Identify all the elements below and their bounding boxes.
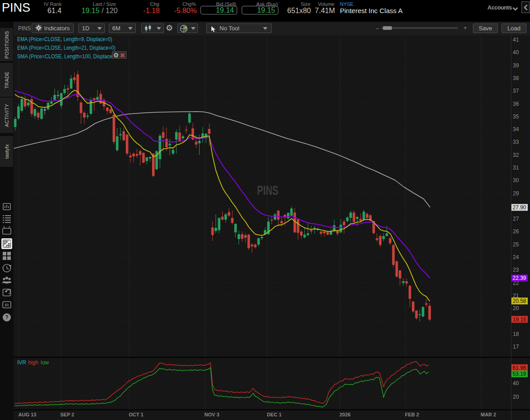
svg-text:2026: 2026 (339, 412, 350, 417)
svg-text:22.39: 22.39 (513, 275, 526, 281)
svg-text:OCT 1: OCT 1 (129, 412, 143, 417)
svg-text:25: 25 (513, 241, 519, 248)
svg-text:39: 39 (513, 62, 519, 69)
svg-text:EMA (Price=CLOSE, Length=21, D: EMA (Price=CLOSE, Length=21, Displace=0) (17, 44, 115, 51)
svg-text:?: ? (5, 314, 8, 321)
svg-text:27: 27 (513, 216, 519, 222)
svg-text:FEB 2: FEB 2 (405, 412, 419, 417)
svg-text:DEC 1: DEC 1 (267, 412, 282, 417)
svg-text:53.19: 53.19 (513, 371, 526, 377)
svg-text:EMA (Price=CLOSE, Length=9, Di: EMA (Price=CLOSE, Length=9, Displace=0) (17, 36, 112, 42)
svg-text:40: 40 (513, 49, 519, 56)
svg-text:33: 33 (513, 139, 519, 145)
svg-text:18: 18 (513, 331, 519, 337)
svg-text:41: 41 (513, 37, 519, 43)
svg-text:17: 17 (513, 344, 519, 350)
svg-text:low: low (41, 359, 49, 366)
svg-text:26: 26 (513, 228, 519, 235)
svg-text:⚙: ⚙ (113, 52, 119, 59)
svg-text:40: 40 (513, 380, 519, 387)
svg-text:high: high (28, 359, 38, 366)
svg-text:37: 37 (513, 88, 519, 94)
svg-text:NOV 3: NOV 3 (205, 412, 220, 417)
svg-text:30: 30 (513, 177, 519, 184)
svg-text:20.58: 20.58 (513, 298, 526, 304)
svg-text:24: 24 (513, 254, 519, 260)
svg-text:34: 34 (513, 126, 519, 132)
svg-text:38: 38 (513, 75, 519, 81)
svg-text:✖: ✖ (120, 52, 125, 59)
svg-text:SMA (Price=CLOSE, Length=100,: SMA (Price=CLOSE, Length=100, Displace (17, 53, 112, 60)
svg-text:32: 32 (513, 152, 519, 158)
svg-text:29: 29 (513, 190, 519, 197)
svg-text:35: 35 (513, 113, 519, 120)
svg-text:MAR 2: MAR 2 (481, 412, 496, 417)
svg-text:FI: FI (5, 303, 9, 307)
svg-text:23: 23 (513, 267, 519, 273)
svg-text:36: 36 (513, 101, 519, 107)
svg-text:31: 31 (513, 165, 519, 171)
svg-text:27.90: 27.90 (513, 204, 526, 211)
svg-text:SEP 2: SEP 2 (60, 412, 74, 417)
svg-text:IVR: IVR (17, 359, 26, 366)
svg-text:20: 20 (513, 394, 519, 400)
svg-text:AUG 13: AUG 13 (19, 412, 37, 417)
svg-text:61.96: 61.96 (513, 365, 526, 371)
svg-text:20: 20 (513, 305, 519, 311)
svg-text:19.15: 19.15 (513, 316, 526, 323)
svg-text:PINS: PINS (257, 183, 278, 198)
